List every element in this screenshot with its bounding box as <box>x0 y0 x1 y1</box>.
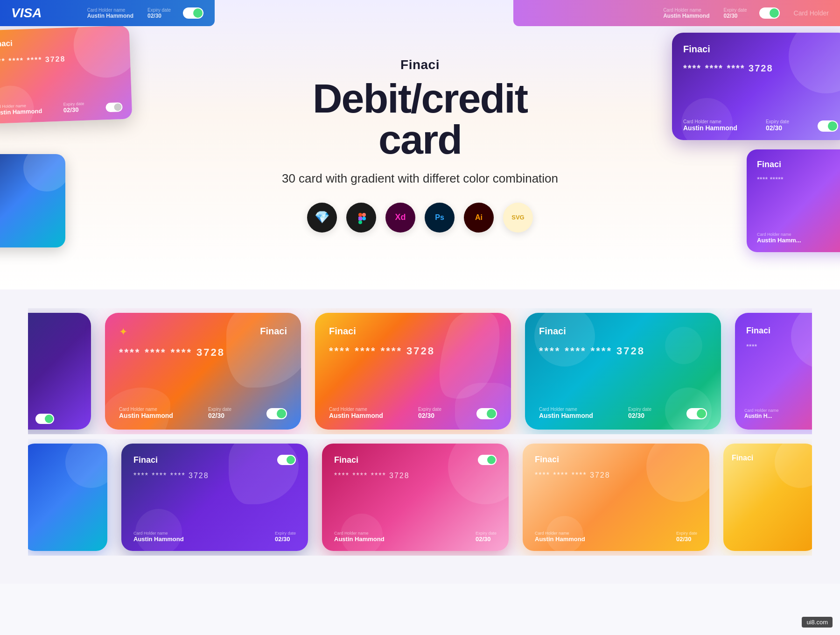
card-3: Finaci **** **** **** 3728 Card Holder n… <box>525 313 721 430</box>
card-2: Finaci **** **** **** 3728 Card Holder n… <box>315 313 511 430</box>
toggle-card3[interactable] <box>686 408 707 419</box>
cards-row-1: 8 ✦ Finaci **** **** **** 3728 Card Hold… <box>28 308 812 434</box>
expiry-value-top: 02/30 <box>147 13 171 19</box>
svg-rect-4 <box>358 220 362 224</box>
svg-rect-2 <box>358 217 362 220</box>
card-bottom-1: Finaci **** **** **** 3728 Card Holder n… <box>121 444 308 551</box>
svg-rect-1 <box>362 213 366 217</box>
card-mid-left: 728 <box>0 154 65 247</box>
card-holder-name-top: Austin Hammond <box>87 13 133 19</box>
figma-icon[interactable] <box>346 203 376 233</box>
card-partial-right: Finaci **** Card Holder name Austin H... <box>735 313 812 430</box>
toggle-bottom1[interactable] <box>277 455 296 465</box>
cards-row-2: Finaci **** **** **** 3728 Card Holder n… <box>28 439 812 556</box>
watermark: ui8.com <box>802 617 833 628</box>
photoshop-icon[interactable]: Ps <box>425 203 455 233</box>
card-holder-label-top: Card Holder name <box>87 7 133 13</box>
svg-rect-3 <box>362 217 366 220</box>
card-partial-right-2: Finaci <box>723 444 812 551</box>
svg-rect-0 <box>358 213 362 217</box>
toggle-partial[interactable] <box>35 414 54 424</box>
illustrator-icon[interactable]: Ai <box>464 203 494 233</box>
toggle-card1[interactable] <box>266 408 287 419</box>
toggle-left[interactable] <box>105 102 123 112</box>
hero-text: Finaci Debit/creditcard 30 card with gra… <box>282 57 558 233</box>
top-section: VISA Card Holder name Austin Hammond Exp… <box>0 0 840 289</box>
toggle-top-right[interactable] <box>759 7 780 19</box>
toggle-card2[interactable] <box>476 408 497 419</box>
card-bottom-2: Finaci **** **** **** 3728 Card Holder n… <box>322 444 509 551</box>
toggle-bottom2[interactable] <box>478 455 497 465</box>
toggle-top[interactable] <box>183 7 203 19</box>
card-bottom-3: Finaci **** **** **** 3728 Card Holder n… <box>523 444 709 551</box>
xd-icon[interactable]: Xd <box>385 203 415 233</box>
expiry-label-top: Expiry date <box>147 7 171 13</box>
sun-icon-card1: ✦ <box>119 326 127 338</box>
card-left-top: Finaci **** **** **** 3728 Card Holder n… <box>0 25 132 124</box>
top-right-strip: Card Holder name Austin Hammond Expiry d… <box>513 0 840 26</box>
bottom-section: 8 ✦ Finaci **** **** **** 3728 Card Hold… <box>0 289 840 584</box>
svg-icon[interactable]: SVG <box>503 203 533 233</box>
card-1: ✦ Finaci **** **** **** 3728 Card Holder… <box>105 313 301 430</box>
hero-brand: Finaci <box>282 57 558 72</box>
tool-icons: 💎 Xd Ps Ai SVG <box>282 203 558 233</box>
card-partial-left-2 <box>28 444 107 551</box>
hero-subtitle: 30 card with gradient with differet colo… <box>282 171 558 186</box>
sketch-icon[interactable]: 💎 <box>307 203 337 233</box>
toggle-right-top[interactable] <box>818 120 838 132</box>
hero-title: Debit/creditcard <box>282 78 558 160</box>
card-right-top: Finaci **** **** **** 3728 Card Holder n… <box>672 33 840 140</box>
card-partial-left: 8 <box>28 313 91 430</box>
card-mid-right: Finaci **** ***** Card Holder name Austi… <box>747 149 840 252</box>
visa-top-strip: VISA Card Holder name Austin Hammond Exp… <box>0 0 215 26</box>
visa-label: VISA <box>11 6 42 21</box>
